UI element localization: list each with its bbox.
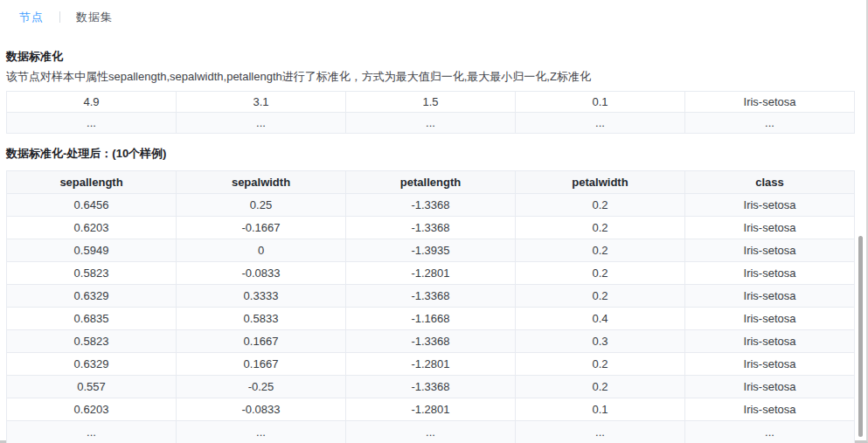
table-cell: ... (346, 113, 516, 134)
table-cell: 0.1 (516, 92, 685, 113)
table-cell: ... (177, 113, 346, 134)
table-row: 4.9 3.1 1.5 0.1 Iris-setosa (7, 92, 855, 113)
before-sample-table: 4.9 3.1 1.5 0.1 Iris-setosa ... ... ... … (6, 91, 855, 134)
table-cell: Iris-setosa (685, 398, 855, 421)
table-cell: Iris-setosa (685, 239, 855, 262)
column-header-sepallength: sepallength (7, 171, 177, 194)
table-cell: -0.25 (177, 376, 346, 398)
column-header-petallength: petallength (346, 171, 516, 194)
table-cell: 0.5823 (7, 330, 177, 353)
table-cell: 0.1667 (177, 330, 346, 353)
vertical-scrollbar-thumb[interactable] (858, 236, 863, 437)
table-cell: ... (7, 421, 177, 443)
table-cell: Iris-setosa (685, 194, 855, 217)
section-title-processed: 数据标准化-处理后：(10个样例) (6, 146, 853, 162)
table-cell: 0.2 (516, 285, 685, 308)
column-header-sepalwidth: sepalwidth (177, 171, 346, 194)
table-cell: -0.0833 (177, 262, 346, 285)
table-cell: 0.557 (7, 376, 177, 398)
table-cell: 0.6203 (7, 398, 177, 421)
tab-node[interactable]: 节点 (19, 10, 44, 25)
table-cell: 0.1 (516, 398, 685, 421)
main-content: 数据标准化 该节点对样本中属性sepallength,sepalwidth,pe… (0, 49, 866, 443)
table-cell: Iris-setosa (685, 262, 855, 285)
table-cell: Iris-setosa (685, 330, 855, 353)
table-cell: -1.3368 (346, 285, 516, 308)
table-cell: -1.3368 (346, 217, 516, 239)
table-cell: -1.1668 (346, 308, 516, 330)
table-cell: Iris-setosa (685, 217, 855, 239)
table-cell: -1.3368 (346, 376, 516, 398)
table-cell: 0.2 (516, 194, 685, 217)
table-cell: ... (685, 421, 855, 443)
table-cell: 0.5949 (7, 239, 177, 262)
table-cell: 0.6329 (7, 353, 177, 376)
table-header-row: sepallength sepalwidth petallength petal… (7, 171, 855, 194)
table-row: 0.6329 0.3333 -1.3368 0.2 Iris-setosa (7, 285, 855, 308)
table-cell: 0.25 (177, 194, 346, 217)
table-cell: 0.1667 (177, 353, 346, 376)
table-cell: -0.0833 (177, 398, 346, 421)
table-cell: 0.2 (516, 217, 685, 239)
table-cell: Iris-setosa (685, 308, 855, 330)
table-cell: 0.2 (516, 239, 685, 262)
table-cell: 0.6329 (7, 285, 177, 308)
table-cell: -0.1667 (177, 217, 346, 239)
table-cell: 4.9 (7, 92, 177, 113)
table-cell: 0.3333 (177, 285, 346, 308)
column-header-class: class (685, 171, 855, 194)
column-header-petalwidth: petalwidth (516, 171, 685, 194)
table-cell: 0.2 (516, 376, 685, 398)
table-cell: 3.1 (177, 92, 346, 113)
table-cell: -1.2801 (346, 398, 516, 421)
table-cell: 0.6835 (7, 308, 177, 330)
table-cell: ... (346, 421, 516, 443)
table-row: 0.6456 0.25 -1.3368 0.2 Iris-setosa (7, 194, 855, 217)
tab-dataset[interactable]: 数据集 (76, 10, 113, 25)
table-cell: 0.6203 (7, 217, 177, 239)
results-panel: 节点 数据集 数据标准化 该节点对样本中属性sepallength,sepalw… (0, 0, 868, 443)
table-cell: 0.3 (516, 330, 685, 353)
table-row: 0.557 -0.25 -1.3368 0.2 Iris-setosa (7, 376, 855, 398)
table-row: ... ... ... ... ... (7, 421, 855, 443)
table-row: 0.6203 -0.0833 -1.2801 0.1 Iris-setosa (7, 398, 855, 421)
tab-divider (59, 11, 60, 23)
table-cell: ... (7, 113, 177, 134)
table-cell: -1.2801 (346, 353, 516, 376)
table-row: 0.6329 0.1667 -1.2801 0.2 Iris-setosa (7, 353, 855, 376)
table-cell: Iris-setosa (685, 376, 855, 398)
table-cell: -1.3935 (346, 239, 516, 262)
table-cell: 1.5 (346, 92, 516, 113)
table-cell: -1.3368 (346, 330, 516, 353)
table-cell: 0.4 (516, 308, 685, 330)
table-cell: Iris-setosa (685, 353, 855, 376)
table-cell: Iris-setosa (685, 92, 855, 113)
table-cell: ... (685, 113, 855, 134)
table-row: 0.6835 0.5833 -1.1668 0.4 Iris-setosa (7, 308, 855, 330)
table-cell: 0.6456 (7, 194, 177, 217)
table-cell: 0.2 (516, 353, 685, 376)
processed-sample-table: sepallength sepalwidth petallength petal… (6, 170, 855, 443)
table-row: 0.5823 -0.0833 -1.2801 0.2 Iris-setosa (7, 262, 855, 285)
table-cell: 0.2 (516, 262, 685, 285)
table-row: ... ... ... ... ... (7, 113, 855, 134)
table-cell: 0.5823 (7, 262, 177, 285)
normalization-description: 该节点对样本中属性sepallength,sepalwidth,petallen… (6, 69, 853, 85)
table-cell: -1.3368 (346, 194, 516, 217)
table-cell: ... (516, 421, 685, 443)
table-row: 0.5823 0.1667 -1.3368 0.3 Iris-setosa (7, 330, 855, 353)
table-row: 0.5949 0 -1.3935 0.2 Iris-setosa (7, 239, 855, 262)
table-cell: 0.5833 (177, 308, 346, 330)
table-cell: ... (516, 113, 685, 134)
table-cell: Iris-setosa (685, 285, 855, 308)
section-title-normalization: 数据标准化 (6, 49, 853, 65)
table-cell: ... (177, 421, 346, 443)
table-cell: 0 (177, 239, 346, 262)
tab-bar: 节点 数据集 (0, 0, 866, 26)
table-cell: -1.2801 (346, 262, 516, 285)
table-row: 0.6203 -0.1667 -1.3368 0.2 Iris-setosa (7, 217, 855, 239)
